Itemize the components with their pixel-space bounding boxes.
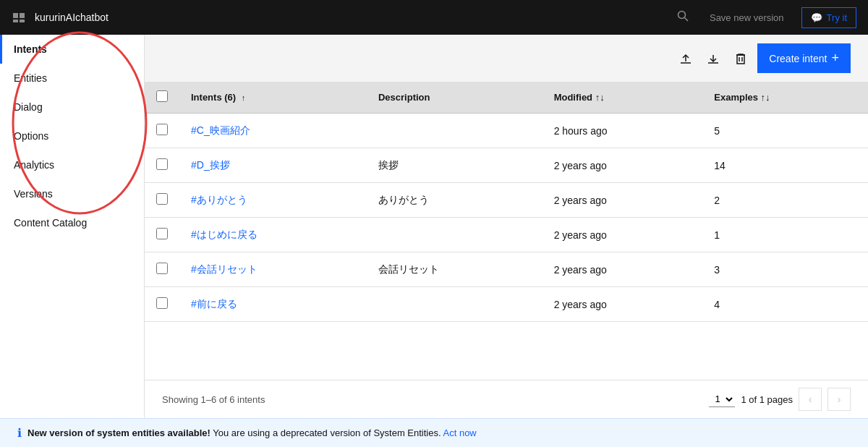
svg-line-5 [684, 17, 688, 21]
row-checkbox[interactable] [156, 228, 168, 239]
table-header-row: Intents (6) ↑ Description Modified ↑↓ Ex… [145, 82, 868, 114]
sidebar-item-entities[interactable]: Entities [0, 64, 144, 93]
chat-icon: 💬 [811, 12, 822, 23]
pagination-bar: Showing 1–6 of 6 intents 1 1 of 1 pages … [145, 380, 868, 418]
delete-button[interactable] [730, 48, 752, 69]
intent-description-cell: 挨拶 [367, 148, 542, 183]
sidebar-item-content-catalog[interactable]: Content Catalog [0, 208, 144, 237]
intent-modified-cell: 2 years ago [542, 183, 703, 218]
sidebar-item-analytics[interactable]: Analytics [0, 150, 144, 179]
app-logo-icon [12, 10, 26, 25]
intent-description-cell [367, 218, 542, 252]
banner-normal-text: You are using a deprecated version of Sy… [213, 427, 441, 438]
plus-icon: + [831, 51, 839, 66]
table-row: #C_映画紹介 2 hours ago 5 [145, 114, 868, 148]
intent-modified-cell: 2 years ago [542, 218, 703, 252]
main-area: Intents Entities Dialog Options Analytic… [0, 35, 868, 418]
select-all-header[interactable] [145, 82, 179, 114]
table-row: #前に戻る 2 years ago 4 [145, 287, 868, 322]
top-nav-left: kururinAIchatbot [12, 10, 109, 25]
svg-rect-1 [20, 13, 25, 18]
intent-link[interactable]: #会話リセット [191, 263, 258, 275]
table-row: #ありがとう ありがとう 2 years ago 2 [145, 183, 868, 218]
pagination-showing: Showing 1–6 of 6 intents [162, 394, 265, 405]
intent-description-cell [367, 114, 542, 148]
intent-examples-cell: 2 [702, 183, 868, 218]
svg-rect-0 [13, 13, 18, 18]
app-title: kururinAIchatbot [35, 12, 109, 23]
intent-link[interactable]: #D_挨拶 [191, 159, 230, 171]
intents-table-container: Intents (6) ↑ Description Modified ↑↓ Ex… [145, 82, 868, 380]
prev-page-button[interactable]: ‹ [799, 388, 822, 411]
intent-examples-cell: 1 [702, 218, 868, 252]
row-checkbox-cell[interactable] [145, 148, 179, 183]
svg-rect-2 [13, 20, 18, 22]
svg-point-4 [678, 11, 685, 18]
intents-tbody: #C_映画紹介 2 hours ago 5 #D_挨拶 挨拶 2 years a… [145, 114, 868, 322]
intent-modified-cell: 2 hours ago [542, 114, 703, 148]
row-checkbox-cell[interactable] [145, 287, 179, 322]
table-row: #D_挨拶 挨拶 2 years ago 14 [145, 148, 868, 183]
sidebar-item-versions[interactable]: Versions [0, 179, 144, 208]
intent-modified-cell: 2 years ago [542, 148, 703, 183]
intent-examples-cell: 5 [702, 114, 868, 148]
table-row: #会話リセット 会話リセット 2 years ago 3 [145, 252, 868, 287]
intent-description-cell [367, 287, 542, 322]
download-button[interactable] [702, 48, 724, 69]
intent-name-cell: #はじめに戻る [179, 218, 367, 252]
next-page-button[interactable]: › [827, 388, 851, 411]
top-nav-right: Save new version 💬 Try it [673, 7, 856, 29]
row-checkbox-cell[interactable] [145, 114, 179, 148]
select-all-checkbox[interactable] [156, 90, 168, 102]
pagination-right: 1 1 of 1 pages ‹ › [709, 388, 851, 411]
act-now-link[interactable]: Act now [443, 427, 477, 438]
intent-name-cell: #前に戻る [179, 287, 367, 322]
sidebar-item-intents[interactable]: Intents [0, 35, 144, 64]
sidebar-item-options[interactable]: Options [0, 122, 144, 150]
toolbar: Create intent + [145, 35, 868, 82]
modified-column-header[interactable]: Modified ↑↓ [542, 82, 703, 114]
examples-column-header[interactable]: Examples ↑↓ [702, 82, 868, 114]
row-checkbox-cell[interactable] [145, 183, 179, 218]
content-area: Create intent + Intents (6) ↑ [145, 35, 868, 418]
intent-name-cell: #D_挨拶 [179, 148, 367, 183]
pagination-pages: 1 of 1 pages [741, 394, 793, 405]
intent-examples-cell: 14 [702, 148, 868, 183]
save-version-button[interactable]: Save new version [704, 9, 790, 26]
row-checkbox[interactable] [156, 297, 168, 309]
page-select[interactable]: 1 [709, 391, 735, 407]
sidebar: Intents Entities Dialog Options Analytic… [0, 35, 145, 418]
row-checkbox[interactable] [156, 263, 168, 274]
row-checkbox-cell[interactable] [145, 218, 179, 252]
intent-name-cell: #ありがとう [179, 183, 367, 218]
table-row: #はじめに戻る 2 years ago 1 [145, 218, 868, 252]
intent-examples-cell: 4 [702, 287, 868, 322]
intent-link[interactable]: #ありがとう [191, 194, 247, 205]
row-checkbox[interactable] [156, 193, 168, 205]
row-checkbox-cell[interactable] [145, 252, 179, 287]
system-entities-banner: ℹ New version of system entities availab… [0, 418, 868, 447]
row-checkbox[interactable] [156, 124, 168, 135]
intent-description-cell: ありがとう [367, 183, 542, 218]
intent-link[interactable]: #はじめに戻る [191, 229, 258, 240]
create-intent-button[interactable]: Create intent + [757, 43, 851, 73]
svg-rect-8 [737, 55, 744, 64]
intents-table: Intents (6) ↑ Description Modified ↑↓ Ex… [145, 82, 868, 322]
row-checkbox[interactable] [156, 158, 168, 170]
top-nav: kururinAIchatbot Save new version 💬 Try … [0, 0, 868, 35]
intents-column-header[interactable]: Intents (6) ↑ [179, 82, 367, 114]
search-button[interactable] [673, 7, 692, 29]
intent-link[interactable]: #C_映画紹介 [191, 124, 250, 136]
sidebar-item-dialog[interactable]: Dialog [0, 93, 144, 122]
banner-bold-text: New version of system entities available… [27, 427, 210, 438]
upload-button[interactable] [675, 48, 697, 69]
intent-link[interactable]: #前に戻る [191, 298, 237, 310]
intent-examples-cell: 3 [702, 252, 868, 287]
intent-modified-cell: 2 years ago [542, 287, 703, 322]
svg-rect-3 [20, 20, 25, 22]
description-column-header: Description [367, 82, 542, 114]
try-it-button[interactable]: 💬 Try it [801, 7, 856, 28]
intents-sort-icon: ↑ [242, 93, 246, 102]
intent-name-cell: #C_映画紹介 [179, 114, 367, 148]
intent-name-cell: #会話リセット [179, 252, 367, 287]
